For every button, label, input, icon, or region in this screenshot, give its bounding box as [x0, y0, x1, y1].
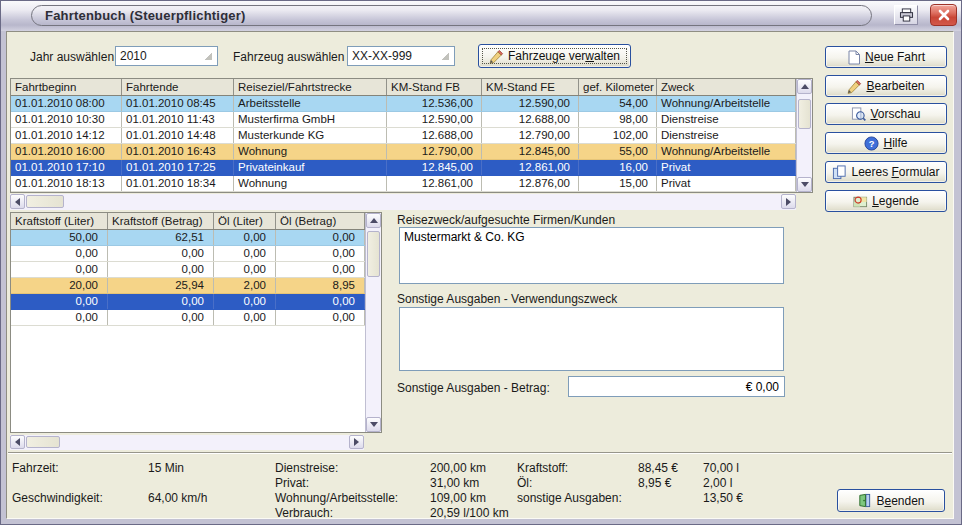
- cell: Wohnung: [234, 144, 387, 159]
- cell: 12.590,00: [482, 96, 579, 111]
- legend-button[interactable]: Legende: [825, 190, 947, 212]
- manage-vehicles-label: Fahrzeuge verwalten: [508, 49, 620, 63]
- table-row[interactable]: 0,000,000,000,00: [11, 294, 365, 310]
- cell: 0,00: [11, 294, 108, 309]
- table-row[interactable]: 50,0062,510,000,00: [11, 230, 365, 246]
- other-expenses-textarea[interactable]: [399, 307, 784, 371]
- scrollbar-thumb[interactable]: [367, 231, 380, 277]
- blank-form-icon: [832, 165, 847, 180]
- manage-vehicles-button[interactable]: Fahrzeuge verwalten: [478, 44, 631, 68]
- column-header[interactable]: Kraftstoff (Betrag): [108, 213, 214, 229]
- table-row[interactable]: 01.01.2010 14:1201.01.2010 14:48Musterku…: [11, 128, 796, 144]
- edit-label: Bearbeiten: [866, 79, 924, 93]
- cell: 0,00: [11, 246, 108, 261]
- quit-button[interactable]: Beenden: [837, 489, 945, 512]
- column-header[interactable]: Öl (Betrag): [276, 213, 365, 229]
- scroll-up-icon[interactable]: [366, 213, 381, 228]
- new-trip-button[interactable]: Neue Fahrt: [825, 46, 947, 68]
- blank-form-button[interactable]: Leeres Formular: [825, 161, 947, 183]
- table-row[interactable]: 0,000,000,000,00: [11, 246, 365, 262]
- cell: Dienstreise: [657, 128, 796, 143]
- column-header[interactable]: KM-Stand FB: [387, 79, 482, 95]
- cell: 12.790,00: [482, 128, 579, 143]
- table-header: FahrtbeginnFahrtendeReiseziel/Fahrtstrec…: [11, 79, 796, 96]
- summary-divider: [8, 452, 952, 454]
- cell: 01.01.2010 18:13: [11, 176, 122, 191]
- table-row[interactable]: 0,000,000,000,00: [11, 310, 365, 326]
- table-row[interactable]: 01.01.2010 18:1301.01.2010 18:34Wohnung1…: [11, 176, 796, 192]
- cell: 12.861,00: [387, 176, 482, 191]
- fuel-vertical-scrollbar[interactable]: [365, 213, 381, 432]
- table-row[interactable]: 0,000,000,000,00: [11, 262, 365, 278]
- amount-input[interactable]: [568, 376, 785, 397]
- cell: 12.590,00: [387, 112, 482, 127]
- app-window: Fahrtenbuch (Steuerpflichtiger) Jahr aus…: [0, 0, 962, 525]
- scrollbar-thumb[interactable]: [26, 436, 60, 448]
- column-header[interactable]: Zweck: [657, 79, 796, 95]
- purpose-textarea[interactable]: Mustermarkt & Co. KG: [399, 227, 784, 284]
- table-row[interactable]: 01.01.2010 17:1001.01.2010 17:25Privatei…: [11, 160, 796, 176]
- help-button[interactable]: ? Hilfe: [825, 132, 947, 154]
- cell: Privat: [657, 160, 796, 175]
- cell: 0,00: [11, 262, 108, 277]
- column-header[interactable]: Reiseziel/Fahrtstrecke: [234, 79, 387, 95]
- column-header[interactable]: Fahrtbeginn: [11, 79, 122, 95]
- other-expenses-sum-value: 13,50 €: [703, 491, 743, 505]
- trip-time-label: Fahrzeit:: [12, 461, 59, 475]
- scroll-right-icon[interactable]: [349, 435, 364, 449]
- legend-icon: [853, 194, 868, 209]
- table-row[interactable]: 01.01.2010 10:3001.01.2010 11:43Musterfi…: [11, 112, 796, 128]
- scroll-left-icon[interactable]: [10, 194, 25, 209]
- quit-label: Beenden: [876, 494, 924, 508]
- dropdown-arrow-icon: [442, 53, 449, 60]
- column-header[interactable]: Kraftstoff (Liter): [11, 213, 108, 229]
- cell: 16,00: [579, 160, 657, 175]
- oil-label: Öl:: [517, 476, 532, 490]
- column-header[interactable]: Fahrtende: [122, 79, 234, 95]
- cell: Wohnung/Arbeitstelle: [657, 96, 796, 111]
- edit-button[interactable]: Bearbeiten: [825, 75, 947, 97]
- year-select[interactable]: 2010: [115, 46, 218, 66]
- print-button[interactable]: [894, 5, 918, 25]
- table-row[interactable]: 01.01.2010 16:0001.01.2010 16:43Wohnung1…: [11, 144, 796, 160]
- fuel-eur-value: 88,45 €: [638, 461, 678, 475]
- cell: 0,00: [276, 246, 365, 261]
- cell: 0,00: [108, 310, 214, 325]
- svg-text:?: ?: [869, 138, 875, 148]
- legend-label: Legende: [872, 194, 919, 208]
- close-icon: [938, 9, 950, 21]
- column-header[interactable]: KM-Stand FE: [482, 79, 579, 95]
- scroll-left-icon[interactable]: [10, 435, 25, 449]
- consumption-value: 20,59 l/100 km: [430, 506, 509, 520]
- scrollbar-thumb[interactable]: [26, 195, 64, 208]
- scrollbar-thumb[interactable]: [798, 99, 811, 129]
- close-button[interactable]: [930, 4, 957, 26]
- cell: 98,00: [579, 112, 657, 127]
- cell: 8,95: [276, 278, 365, 293]
- amount-label: Sonstige Ausgaben - Betrag:: [397, 381, 550, 395]
- scroll-down-icon[interactable]: [797, 177, 812, 192]
- cell: 0,00: [214, 310, 276, 325]
- cell: 0,00: [108, 262, 214, 277]
- table-row[interactable]: 01.01.2010 08:0001.01.2010 08:45Arbeitss…: [11, 96, 796, 112]
- cell: 0,00: [276, 262, 365, 277]
- cell: Musterfirma GmbH: [234, 112, 387, 127]
- column-header[interactable]: gef. Kilometer: [579, 79, 657, 95]
- new-trip-label: Neue Fahrt: [865, 50, 925, 64]
- cell: 01.01.2010 11:43: [122, 112, 234, 127]
- speed-label: Geschwindigkeit:: [12, 491, 103, 505]
- cell: Musterkunde KG: [234, 128, 387, 143]
- trips-horizontal-scrollbar[interactable]: [10, 194, 796, 210]
- scroll-up-icon[interactable]: [797, 79, 812, 94]
- scroll-down-icon[interactable]: [366, 417, 381, 432]
- column-header[interactable]: Öl (Liter): [214, 213, 276, 229]
- cell: 01.01.2010 18:34: [122, 176, 234, 191]
- scroll-right-icon[interactable]: [781, 194, 796, 209]
- private-value: 31,00 km: [430, 476, 479, 490]
- preview-label: Vorschau: [870, 107, 920, 121]
- vehicle-select[interactable]: XX-XX-999: [347, 46, 455, 66]
- fuel-horizontal-scrollbar[interactable]: [10, 435, 364, 450]
- preview-button[interactable]: Vorschau: [825, 103, 947, 125]
- trips-vertical-scrollbar[interactable]: [796, 79, 812, 192]
- table-row[interactable]: 20,0025,942,008,95: [11, 278, 365, 294]
